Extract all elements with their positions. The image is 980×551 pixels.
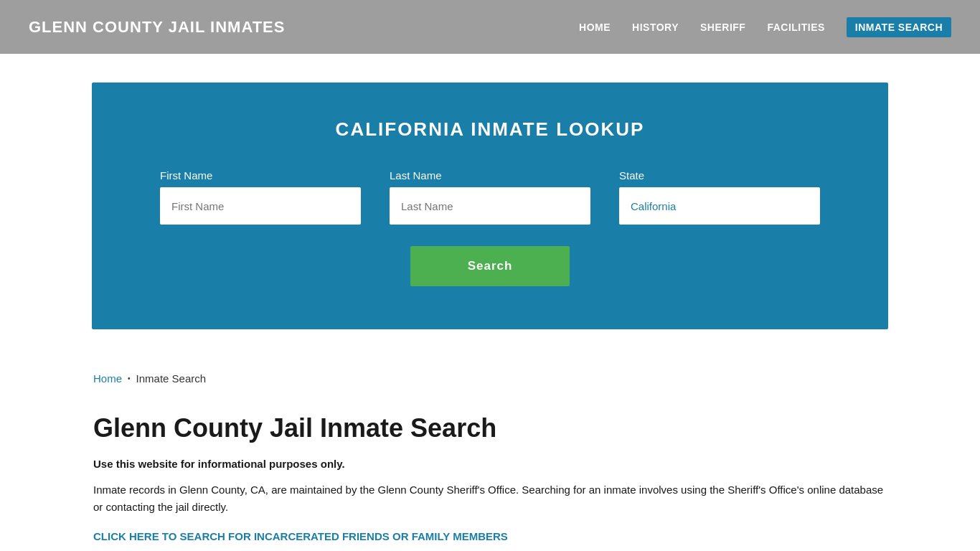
cta-link[interactable]: CLICK HERE to Search for Incarcerated Fr…	[93, 530, 508, 542]
last-name-group: Last Name	[390, 169, 590, 225]
page-heading: Glenn County Jail Inmate Search	[93, 413, 887, 443]
nav-sheriff[interactable]: SHERIFF	[700, 22, 745, 33]
last-name-input[interactable]	[390, 187, 590, 225]
nav-inmate-search[interactable]: INMATE SEARCH	[847, 17, 951, 37]
search-button[interactable]: Search	[410, 246, 570, 286]
breadcrumb-current: Inmate Search	[136, 372, 207, 385]
state-group: State	[619, 169, 820, 225]
first-name-group: First Name	[160, 169, 361, 225]
main-nav: HOME HISTORY SHERIFF FACILITIES INMATE S…	[579, 17, 951, 37]
site-title: GLENN COUNTY JAIL INMATES	[29, 18, 285, 37]
breadcrumb-separator: •	[128, 375, 131, 382]
last-name-label: Last Name	[390, 169, 590, 182]
info-paragraph: Inmate records in Glenn County, CA, are …	[93, 481, 887, 516]
inmate-search-form: First Name Last Name State Search	[135, 169, 845, 286]
state-label: State	[619, 169, 820, 182]
main-content: Glenn County Jail Inmate Search Use this…	[0, 399, 980, 551]
info-bold: Use this website for informational purpo…	[93, 458, 887, 470]
first-name-label: First Name	[160, 169, 361, 182]
first-name-input[interactable]	[160, 187, 361, 225]
state-input[interactable]	[619, 187, 820, 225]
site-header: GLENN COUNTY JAIL INMATES HOME HISTORY S…	[0, 0, 980, 54]
hero-title: CALIFORNIA INMATE LOOKUP	[135, 118, 845, 141]
nav-history[interactable]: HISTORY	[632, 22, 679, 33]
breadcrumb-home-link[interactable]: Home	[93, 372, 122, 385]
nav-facilities[interactable]: FACILITIES	[767, 22, 824, 33]
form-fields: First Name Last Name State	[135, 169, 845, 225]
nav-home[interactable]: HOME	[579, 22, 611, 33]
hero-search-section: CALIFORNIA INMATE LOOKUP First Name Last…	[92, 83, 888, 329]
breadcrumb: Home • Inmate Search	[0, 358, 980, 399]
